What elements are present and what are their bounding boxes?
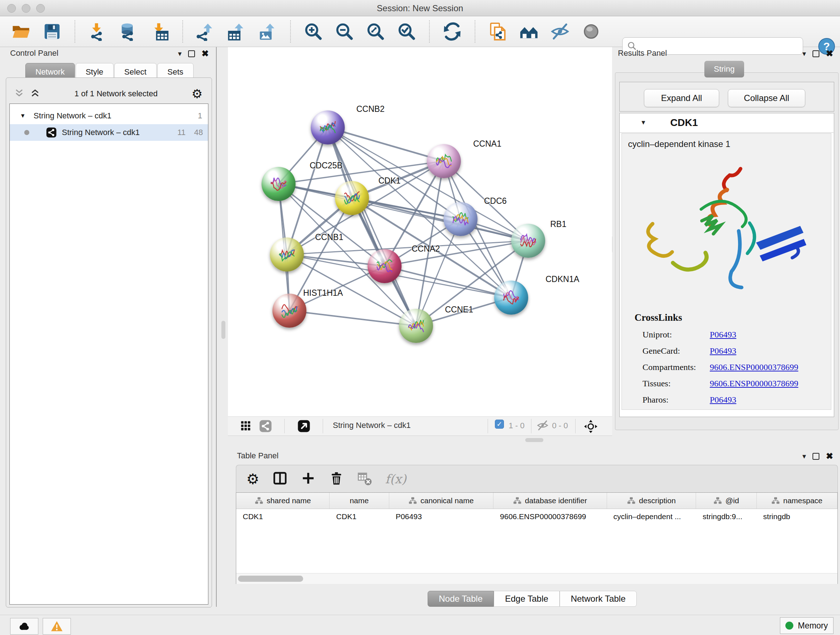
columns-icon[interactable] — [272, 470, 287, 487]
delete-column-icon[interactable] — [329, 470, 344, 487]
table-panel-float-icon[interactable] — [813, 453, 819, 460]
table-hscrollbar[interactable] — [236, 573, 837, 584]
function-builder-icon[interactable]: f(x) — [385, 472, 406, 486]
selected-checkbox-icon[interactable]: ✓ — [495, 420, 504, 429]
toolbar-separator — [429, 20, 430, 43]
table-panel-menu-caret[interactable]: ▾ — [802, 452, 806, 461]
column-header-canonical-name[interactable]: canonical name — [389, 493, 493, 509]
splitter-handle-left[interactable] — [221, 321, 225, 339]
results-panel-close-icon[interactable]: ✖ — [826, 49, 833, 59]
network-share-badge-icon[interactable] — [259, 420, 272, 432]
network-node-ccna2[interactable] — [368, 249, 401, 283]
network-node-hist1h1a[interactable] — [272, 294, 306, 328]
gear-icon[interactable]: ⚙ — [246, 472, 259, 486]
import-network-database-button[interactable] — [118, 21, 139, 42]
gene-expand-triangle[interactable]: ▼ — [640, 119, 646, 126]
collapse-all-networks-icon[interactable] — [14, 88, 25, 100]
table-hscrollbar-thumb[interactable] — [238, 576, 303, 582]
import-network-file-button[interactable] — [88, 21, 108, 42]
cell-database-identifier[interactable]: 9606.ENSP00000378699 — [493, 512, 607, 521]
table-tabs: Node TableEdge TableNetwork Table — [428, 591, 637, 607]
column-header-database-identifier[interactable]: database identifier — [493, 493, 607, 509]
tab-network-table[interactable]: Network Table — [560, 591, 637, 607]
delete-table-icon[interactable] — [357, 470, 372, 487]
refresh-button[interactable] — [442, 21, 462, 42]
crosslink-value-link[interactable]: P06493 — [710, 395, 736, 405]
zoom-selected-button[interactable] — [396, 21, 417, 42]
hidden-counts: 0 - 0 — [552, 421, 568, 431]
network-node-ccnb2[interactable] — [311, 111, 345, 144]
detach-view-icon[interactable] — [297, 420, 310, 432]
tab-node-table[interactable]: Node Table — [428, 591, 494, 607]
network-node-rb1[interactable] — [511, 224, 545, 258]
network-node-cdkn1a[interactable] — [494, 280, 528, 315]
open-session-button[interactable] — [11, 21, 31, 42]
tab-string[interactable]: String — [704, 61, 744, 78]
zoom-out-button[interactable] — [334, 21, 355, 42]
collapse-all-button[interactable]: Collapse All — [728, 89, 805, 107]
column-header-description[interactable]: description — [607, 493, 696, 509]
crosslink-value-link[interactable]: 9606.ENSP00000378699 — [710, 379, 798, 388]
table-panel-close-icon[interactable]: ✖ — [826, 451, 833, 461]
export-image-button[interactable] — [257, 21, 278, 42]
birdseye-view-icon[interactable] — [240, 420, 253, 432]
memory-button[interactable]: Memory — [780, 617, 834, 634]
cell-canonical-name[interactable]: P06493 — [389, 512, 493, 521]
network-selection-status: 1 of 1 Network selected — [41, 89, 192, 98]
cell-name[interactable]: CDK1 — [330, 512, 389, 521]
zoom-fit-button[interactable] — [365, 21, 386, 42]
column-header-shared-name[interactable]: shared name — [236, 493, 330, 509]
cell-description[interactable]: cyclin–dependent ... — [607, 512, 696, 521]
hide-selected-button[interactable] — [550, 21, 570, 42]
table-panel-title: Table Panel — [237, 451, 279, 461]
results-panel-float-icon[interactable] — [813, 50, 819, 57]
collection-expand-triangle[interactable]: ▼ — [20, 112, 26, 119]
hidden-eye-icon[interactable] — [537, 420, 548, 431]
export-table-button[interactable] — [226, 21, 247, 42]
export-network-button[interactable] — [195, 21, 216, 42]
table-row[interactable]: CDK1CDK1P064939606.ENSP00000378699cyclin… — [236, 509, 837, 524]
network-node-cdc6[interactable] — [444, 202, 477, 236]
column-header-namespace[interactable]: namespace — [757, 493, 837, 509]
network-canvas[interactable]: CCNB2CCNA1CDC25BCDK1CDC6RB1CCNB1CCNA2CDK… — [228, 47, 612, 416]
column-header-id[interactable]: @id — [696, 493, 756, 509]
control-panel-menu-caret[interactable]: ▾ — [178, 49, 182, 58]
network-document-button[interactable] — [488, 21, 508, 42]
starter-panel-button[interactable] — [519, 21, 539, 42]
crosslink-value-link[interactable]: P06493 — [710, 330, 736, 340]
cell-id[interactable]: stringdb:9... — [696, 512, 756, 521]
network-node-cdc25b[interactable] — [262, 167, 295, 201]
add-column-icon[interactable] — [301, 470, 316, 487]
gene-entry-header[interactable]: ▼ CDK1 — [619, 113, 834, 133]
splitter-handle-horizontal[interactable] — [525, 438, 543, 442]
network-current-dot — [24, 130, 29, 135]
crosslink-value-link[interactable]: P06493 — [710, 346, 736, 356]
expand-all-networks-icon[interactable] — [30, 88, 41, 100]
cloud-button[interactable] — [10, 618, 38, 635]
node-label-cdk1: CDK1 — [378, 176, 401, 186]
network-options-gear-icon[interactable]: ⚙ — [192, 87, 202, 101]
crosslink-row-tissues: Tissues:9606.ENSP00000378699 — [643, 375, 798, 392]
network-node-ccna1[interactable] — [427, 144, 461, 178]
results-panel-menu-caret[interactable]: ▾ — [802, 49, 806, 58]
network-node-ccne1[interactable] — [399, 309, 433, 343]
network-node-cdk1[interactable] — [335, 181, 369, 215]
crosshair-icon[interactable] — [584, 420, 598, 433]
cell-shared-name[interactable]: CDK1 — [236, 512, 330, 521]
network-row-selected[interactable]: String Network – cdk1 11 48 — [10, 124, 208, 141]
expand-all-button[interactable]: Expand All — [644, 89, 719, 107]
control-panel-float-icon[interactable] — [188, 50, 195, 57]
collection-count: 1 — [198, 111, 202, 120]
tab-edge-table[interactable]: Edge Table — [494, 591, 560, 607]
crosslink-value-link[interactable]: 9606.ENSP00000378699 — [710, 363, 798, 372]
column-header-name[interactable]: name — [330, 493, 389, 509]
warnings-button[interactable] — [43, 618, 71, 635]
zoom-in-button[interactable] — [303, 21, 324, 42]
show-all-button[interactable] — [581, 21, 601, 42]
save-session-button[interactable] — [42, 21, 62, 42]
import-table-button[interactable] — [150, 21, 170, 42]
cell-namespace[interactable]: stringdb — [757, 512, 837, 521]
network-node-ccnb1[interactable] — [270, 238, 304, 272]
network-collection-row[interactable]: ▼ String Network – cdk1 1 — [10, 108, 208, 124]
control-panel-close-icon[interactable]: ✖ — [202, 49, 209, 59]
